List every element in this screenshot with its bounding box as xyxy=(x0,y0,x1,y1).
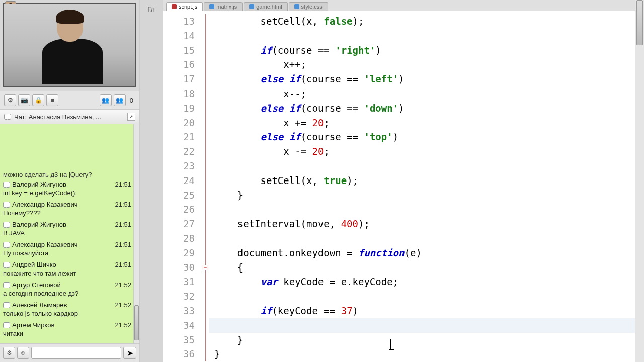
code-line[interactable]: setInterval(move, 400); xyxy=(214,217,644,231)
chat-message: Алексей Лымарев21:52только js только хар… xyxy=(3,301,131,320)
chat-message-list[interactable]: можно сделать д3 на jQuery? Валерий Жигу… xyxy=(0,124,139,343)
chat-scrollbar-thumb[interactable] xyxy=(134,305,139,340)
code-line[interactable] xyxy=(214,318,644,333)
chat-message: Артур Степовой21:52а сегодня последнее д… xyxy=(3,281,131,300)
chat-message-author: Валерий Жигунов xyxy=(12,180,113,188)
editor-tab[interactable]: game.html xyxy=(244,2,287,11)
chat-message-author: Артем Чирков xyxy=(12,321,113,329)
chat-scrollbar[interactable] xyxy=(133,124,139,343)
chat-message-time: 21:51 xyxy=(115,261,131,268)
line-number: 21 xyxy=(163,130,195,144)
chat-message: Александр Казакевич21:51Почему???? xyxy=(3,201,131,220)
webinar-panel: ⚙ 📷 🔒 ■ 👥 👥 0 Чат: Анастасия Вязьмина, .… xyxy=(0,0,140,362)
code-line[interactable]: } xyxy=(214,347,644,361)
chat-title: Чат: Анастасия Вязьмина, ... xyxy=(14,113,101,121)
chat-message-time: 21:52 xyxy=(115,281,131,289)
code-line[interactable]: setCell(x, true); xyxy=(214,173,644,188)
chat-bubble-icon xyxy=(3,322,10,328)
chat-emoji-button[interactable]: ☺ xyxy=(17,347,29,359)
camera-button[interactable]: 📷 xyxy=(18,94,30,106)
code-content[interactable]: setCell(x, false); if(course == 'right')… xyxy=(209,11,644,362)
code-line[interactable]: x -= 20; xyxy=(214,144,644,159)
code-line[interactable]: else if(course == 'top') xyxy=(214,130,644,144)
chat-bubble-icon xyxy=(3,202,10,208)
code-line[interactable]: { xyxy=(214,260,644,275)
lock-button[interactable]: 🔒 xyxy=(32,94,44,106)
chat-message-body: Ну пожалуйста xyxy=(3,248,131,260)
collapsed-panel-label: Гл xyxy=(147,5,155,13)
line-number: 34 xyxy=(163,318,195,333)
code-line[interactable] xyxy=(214,231,644,246)
code-viewport[interactable]: 1314151617181920212223242526272829303132… xyxy=(163,11,644,362)
code-line[interactable] xyxy=(214,29,644,43)
code-line[interactable]: x--; xyxy=(214,86,644,101)
line-number: 26 xyxy=(163,202,195,217)
code-line[interactable]: document.onkeydown = function(e) xyxy=(214,246,644,260)
expand-chat-icon[interactable]: ⤢ xyxy=(127,113,135,121)
people-icon: 👥 xyxy=(102,97,109,104)
fold-toggle-icon[interactable]: − xyxy=(203,265,208,270)
line-number: 24 xyxy=(163,173,195,188)
code-line[interactable]: x++; xyxy=(214,57,644,72)
app-root: ⚙ 📷 🔒 ■ 👥 👥 0 Чат: Анастасия Вязьмина, .… xyxy=(0,0,644,362)
line-number: 22 xyxy=(163,144,195,159)
participants2-button[interactable]: 👥 xyxy=(114,94,126,106)
line-number: 15 xyxy=(163,43,195,58)
video-area xyxy=(0,0,139,90)
editor-tab[interactable]: script.js xyxy=(166,2,203,11)
chat-message-time: 21:52 xyxy=(115,301,131,309)
settings-button[interactable]: ⚙ xyxy=(4,94,16,106)
line-number: 27 xyxy=(163,217,195,231)
code-line[interactable]: if(keyCode == 37) xyxy=(214,304,644,318)
chat-header[interactable]: Чат: Анастасия Вязьмина, ... ⤢ xyxy=(0,110,139,124)
line-number: 17 xyxy=(163,72,195,86)
presenter-video[interactable] xyxy=(3,3,136,87)
line-number: 20 xyxy=(163,116,195,130)
file-type-icon xyxy=(294,4,299,9)
chat-message-time: 21:51 xyxy=(115,241,131,248)
participants-button[interactable]: 👥 xyxy=(100,94,112,106)
chat-message-time: 21:51 xyxy=(115,180,131,188)
video-toolbar: ⚙ 📷 🔒 ■ 👥 👥 0 xyxy=(0,90,139,110)
line-number: 35 xyxy=(163,333,195,347)
chat-settings-button[interactable]: ⚙ xyxy=(3,347,15,359)
code-line[interactable] xyxy=(214,289,644,304)
code-line[interactable]: x += 20; xyxy=(214,116,644,130)
code-line[interactable]: } xyxy=(214,188,644,203)
line-number: 16 xyxy=(163,57,195,72)
line-number: 31 xyxy=(163,275,195,289)
gear-icon: ⚙ xyxy=(7,349,12,356)
code-line[interactable]: else if(course == 'left') xyxy=(214,72,644,86)
fold-strip[interactable]: − xyxy=(202,11,209,362)
code-line[interactable] xyxy=(214,202,644,217)
chat-input-row: ⚙ ☺ ➤ xyxy=(0,343,139,362)
send-button[interactable]: ➤ xyxy=(123,347,136,359)
code-line[interactable]: if(course == 'right') xyxy=(214,43,644,58)
chat-bubble-icon xyxy=(4,114,11,120)
chat-message: Александр Казакевич21:51Ну пожалуйста xyxy=(3,241,131,260)
camera-icon: 📷 xyxy=(21,97,28,104)
line-number: 19 xyxy=(163,101,195,116)
chat-input[interactable] xyxy=(31,347,121,359)
chat-bubble-icon xyxy=(3,282,10,288)
line-number: 30 xyxy=(163,260,195,275)
tab-label: game.html xyxy=(256,4,282,10)
code-line[interactable]: } xyxy=(214,333,644,347)
code-line[interactable]: var keyCode = e.keyCode; xyxy=(214,275,644,289)
line-number: 18 xyxy=(163,86,195,101)
code-line[interactable]: else if(course == 'down') xyxy=(214,101,644,116)
lock-icon: 🔒 xyxy=(35,97,42,104)
chat-message-body: int key = e.getKeyCode(); xyxy=(3,188,131,200)
editor-tab[interactable]: style.css xyxy=(289,2,328,11)
stop-button[interactable]: ■ xyxy=(46,94,58,106)
collapsed-panel[interactable]: Гл xyxy=(140,0,163,362)
tab-label: matrix.js xyxy=(216,4,237,10)
code-line[interactable]: setCell(x, false); xyxy=(214,14,644,29)
chat-message-author: Александр Казакевич xyxy=(12,201,113,208)
file-type-icon xyxy=(249,4,254,9)
code-line[interactable] xyxy=(214,159,644,173)
chat-message-author: Валерий Жигунов xyxy=(12,221,113,228)
file-type-icon xyxy=(172,4,177,9)
editor-tab[interactable]: matrix.js xyxy=(204,2,243,11)
chat-message: Артем Чирков21:52читаки xyxy=(3,321,131,340)
